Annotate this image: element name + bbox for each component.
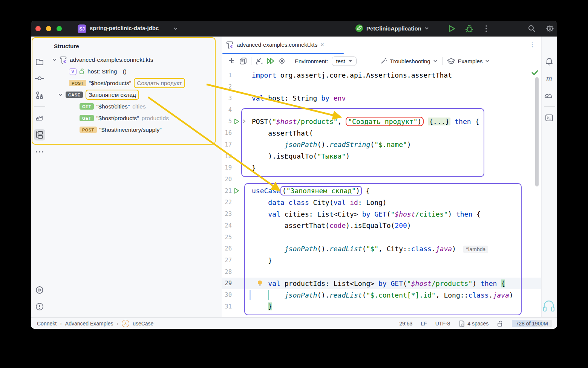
code-line[interactable]: 16 assertThat( [222, 127, 542, 139]
inspections-ok-icon [531, 70, 538, 76]
chevron-down-icon [433, 60, 438, 63]
code-line[interactable]: 21useCase("Заполянем склад") { [222, 185, 542, 197]
environment-dropdown[interactable]: test [332, 56, 356, 66]
add-request-button[interactable] [226, 56, 237, 66]
run-line-icon[interactable] [234, 118, 240, 125]
run-line-icon[interactable] [234, 188, 240, 194]
code-line[interactable]: 26 jsonPath().readList("$", City::class.… [222, 243, 542, 255]
more-options-button[interactable] [485, 24, 487, 33]
tab-options-icon[interactable]: ⋮ [529, 41, 535, 48]
run-all-button[interactable] [265, 56, 276, 66]
lock-open-icon[interactable] [497, 320, 504, 327]
code-line[interactable]: 4 [222, 104, 542, 116]
code-line-text: POST("$host/products", "Создать продукт"… [252, 118, 479, 125]
code-line[interactable]: 23 val cities: List<City> by GET("$host/… [222, 208, 542, 220]
line-number: 22 [222, 199, 232, 206]
structure-item-secondary: productIds [142, 115, 169, 122]
chevron-expanded-icon[interactable] [58, 93, 63, 96]
copy-button[interactable] [237, 56, 249, 66]
chevron-expanded-icon[interactable] [52, 58, 57, 61]
code-token: import [252, 71, 276, 79]
code-editor[interactable]: 1import org.assertj.core.api.Assertions.… [222, 68, 542, 317]
troubleshooting-dropdown[interactable]: Troubleshooting [380, 57, 438, 65]
debug-button[interactable] [465, 24, 473, 33]
close-tab-icon[interactable]: × [320, 41, 324, 48]
code-line-text: } [252, 257, 272, 264]
examples-dropdown[interactable]: Examples [447, 58, 490, 64]
code-line[interactable]: 29 val productIds: List<Long> by GET("$h… [222, 278, 542, 289]
breadcrumb-item[interactable]: useCase [133, 321, 153, 327]
terminal-tool-button[interactable] [544, 112, 555, 124]
editor-tab[interactable]: advanced-examples.connekt.kts × [222, 37, 328, 53]
structure-tree-row[interactable]: CASEЗаполянем склад [58, 89, 139, 101]
code-line[interactable]: 27 } [222, 255, 542, 266]
project-title[interactable]: spring-petclinic-data-jdbc [90, 25, 159, 31]
code-line[interactable]: 5POST("$host/products", "Создать продукт… [222, 116, 542, 127]
maximize-window-button[interactable] [57, 26, 62, 31]
structure-tree-row[interactable]: GET"$host/cities"cities [80, 101, 146, 112]
intention-bulb-icon[interactable] [257, 280, 263, 287]
connekt-file-icon [226, 41, 234, 49]
code-line[interactable]: 30 jsonPath().readList("$.content[*].id"… [222, 289, 542, 301]
structure-tree-row[interactable]: GET"$host/products"productIds [80, 112, 169, 124]
lock-open-icon [79, 68, 85, 75]
search-icon[interactable] [528, 24, 536, 33]
code-line[interactable]: 1import org.assertj.core.api.Assertions.… [222, 69, 542, 81]
code-token: readList [329, 291, 362, 299]
minimize-window-button[interactable] [46, 26, 51, 31]
pull-requests-tool-button[interactable] [34, 90, 45, 101]
more-tool-windows-button[interactable] [34, 146, 45, 157]
line-number: 29 [222, 280, 232, 287]
code-line[interactable]: 19} [222, 162, 542, 174]
structure-tool-button[interactable] [34, 129, 45, 140]
maven-tool-button[interactable]: m [544, 73, 555, 84]
run-tool-button[interactable] [34, 284, 45, 296]
close-window-button[interactable] [35, 26, 41, 31]
run-configuration-selector[interactable]: PetClinicApplication [355, 24, 429, 32]
file-encoding[interactable]: UTF-8 [435, 321, 450, 327]
code-line[interactable]: 31 } [222, 301, 542, 312]
code-line[interactable]: 3val host: String by env [222, 92, 542, 104]
code-line-text: jsonPath().readList("$", City::class.jav… [252, 245, 488, 253]
run-settings-gear-icon[interactable] [276, 56, 288, 66]
code-line-text: import org.assertj.core.api.Assertions.a… [252, 71, 452, 79]
code-token: class [468, 291, 488, 299]
code-line[interactable]: 25 [222, 231, 542, 243]
fold-marker-icon[interactable] [242, 119, 246, 124]
structure-tree-row[interactable]: POST"$host/products"Создать продукт [69, 77, 185, 89]
breadcrumb-item[interactable]: Advanced Examples [65, 321, 113, 327]
problems-tool-button[interactable] [34, 301, 45, 312]
code-line-text: assertThat(code).isEqualTo(200) [252, 221, 411, 229]
structure-tree-row[interactable]: advanced-examples.connekt.kts [52, 54, 153, 66]
settings-gear-icon[interactable] [546, 24, 554, 33]
line-ending[interactable]: LF [421, 321, 427, 327]
code-line[interactable]: 2 [222, 81, 542, 93]
breadcrumb-item[interactable]: Connekt [37, 321, 57, 327]
notifications-bell-button[interactable] [544, 56, 555, 67]
caret-position[interactable]: 29:63 [399, 321, 412, 327]
indent-setting[interactable]: 4 spaces [458, 320, 488, 327]
code-token: ) [452, 245, 460, 253]
run-button[interactable] [447, 24, 456, 33]
memory-indicator[interactable]: 728 of 1900M [512, 320, 552, 327]
code-line[interactable]: 28 [222, 266, 542, 278]
code-token: ).isEqualTo( [252, 152, 317, 160]
code-token: "Создать продукт" [348, 118, 417, 125]
project-tool-button[interactable] [34, 56, 45, 67]
structure-tree-row[interactable]: POST"$host/inventory/supply" [80, 124, 162, 136]
gradle-tool-button[interactable] [544, 90, 555, 101]
editor-scrollbar[interactable] [535, 77, 539, 186]
code-line[interactable]: 22 data class City(val id: Long) [222, 197, 542, 208]
code-line[interactable]: 17 jsonPath().readString("$.name") [222, 139, 542, 150]
commit-tool-button[interactable] [34, 73, 45, 84]
code-token: GET [391, 279, 403, 287]
structure-tree-row[interactable]: Vhost: String() [69, 66, 127, 77]
structure-item-suffix: () [122, 68, 126, 75]
code-token: ).isEqualTo( [346, 221, 395, 229]
code-line[interactable]: 20 [222, 173, 542, 185]
code-line[interactable]: 24 assertThat(code).isEqualTo(200) [222, 220, 542, 231]
import-button[interactable] [254, 56, 265, 66]
code-token: ( [362, 291, 366, 299]
code-line[interactable]: 18 ).isEqualTo("Тыква") [222, 150, 542, 162]
notifications-megaphone-button[interactable] [34, 112, 45, 124]
